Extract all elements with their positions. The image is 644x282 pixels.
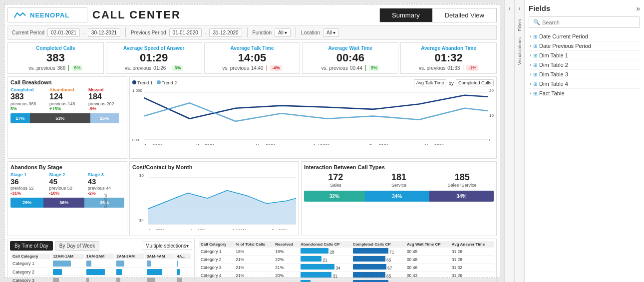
cat-row-completed: 71 [351,248,405,256]
filter-sep-2: - [205,29,207,35]
field-table-icon: ⊞ [533,34,537,39]
interaction-nums: 172 Sales 181 Service 185 Sales+Service [304,172,494,188]
cat-row-category: Category 4 [199,272,234,280]
trend-controls: Avg Talk Time by Completed Calls [414,79,494,86]
filter-divider-3 [296,27,296,37]
breakdown-completed-change: 5% [10,106,46,111]
header: NEENOPAL CALL CENTER Summary Detailed Vi… [7,7,497,22]
tab-detailed[interactable]: Detailed View [432,8,497,22]
cat-table-row: Category 5 19% 18% 10 71 00:48 01:35 [199,280,494,282]
stage1-change: -31% [10,191,47,196]
trend-dropdown2[interactable]: Completed Calls [456,79,494,86]
time-row1-bar4 [145,260,174,268]
kpi-speed-sub: vs. previous 01:26 3% [110,65,198,71]
cat-row-completed: 71 [351,280,405,282]
field-item[interactable]: ›⊞Dim Table 4 [529,79,640,89]
outer-chevron-left[interactable]: ‹ [508,4,512,13]
tab-by-day-of-week[interactable]: By Day of Week [55,241,100,251]
time-row3-bar5 [175,277,191,282]
stage2-prev: previous 50 [49,186,85,191]
time-col-category: Call Category [11,254,50,259]
kpi-completed-sub: vs. previous 366 5% [12,65,99,71]
field-item[interactable]: ›⊞Date Previous Period [529,41,640,51]
cat-row-resolved: 21% [274,264,299,272]
filter-sep-1: - [83,29,85,35]
kpi-abandon-divider [463,65,463,71]
time-row1-label: Category 1 [11,260,50,268]
cat-col-5: Avg Wait Time CP [405,241,450,248]
previous-end-date: 31-12-2020 [209,28,242,37]
trend-svg: Jan 2021 Mar 2021 May 2021 Jul 2021 Sep … [144,87,488,145]
function-dropdown[interactable]: All ▾ [275,28,291,37]
breakdown-bar-completed: 17% [10,113,30,123]
tab-by-time-of-day[interactable]: By Time of Day [10,241,53,251]
field-item[interactable]: ›⊞Date Current Period [529,32,640,41]
field-item[interactable]: ›⊞Dim Table 3 [529,70,640,79]
field-table-icon: ⊞ [533,62,537,68]
kpi-speed-divider [169,65,169,71]
kpi-talk-divider [267,65,267,71]
field-item[interactable]: ›⊞Dim Table 2 [529,60,640,70]
field-item[interactable]: ›⊞Fact Table [529,89,640,98]
field-label: Dim Table 3 [539,71,568,77]
search-input[interactable] [542,19,636,25]
cat-row-resolved: 19% [274,248,299,256]
breakdown-abandoned-num: 124 [49,92,85,101]
location-dropdown[interactable]: All ▾ [323,28,339,37]
interaction-sales: 172 Sales [304,172,367,188]
kpi-completed-badge: 5% [72,65,82,71]
breakdown-abandoned-change: +15% [49,106,85,111]
breakdown-cols: Completed 383 previous 366 5% Abandoned … [10,87,124,111]
breakdown-completed-num: 383 [10,92,46,101]
interaction-service-label: Service [367,183,431,188]
stage1-num: 36 [10,177,47,186]
function-value: All [278,30,284,35]
kpi-talk-sub: vs. previous 14:40 -4% [209,65,296,71]
search-box[interactable]: 🔍 [529,16,640,28]
time-tabs: By Time of Day By Day of Week Multiple s… [10,241,192,251]
field-chevron: › [530,62,531,67]
field-chevron: › [530,53,531,58]
kpi-abandon-time: Average Abandon Time 01:32 vs. previous … [400,42,497,74]
time-row3-bar3 [115,277,144,282]
cat-row-answer: 01:35 [450,280,494,282]
trend-y-axis-left: 1,000 800 [132,87,144,147]
cat-row-answer: 01:32 [450,264,494,272]
trend-dropdown1[interactable]: Avg Talk Time [414,79,447,86]
dashboard-inner: NEENOPAL CALL CENTER Summary Detailed Vi… [4,4,500,278]
cat-row-wait: 00:43 [405,272,450,280]
cat-row-abandoned: 31 [299,272,351,280]
stage2-col: Stage 2 45 previous 50 -10% [49,172,85,196]
cat-table-row: Category 3 21% 21% 34 67 00:46 01:32 [199,264,494,272]
svg-text:Oct 2021: Oct 2021 [272,229,288,230]
field-label: Dim Table 4 [539,81,568,87]
trend-y-axis-right: 20 10 0 [488,87,494,147]
tab-summary[interactable]: Summary [379,8,432,22]
cat-row-category: Category 3 [199,264,234,272]
interaction-bar-sales: 32% [304,191,365,202]
multi-select-dropdown[interactable]: Multiple selections▾ [142,242,192,250]
filter-bar: Current Period 02-01-2021 - 30-12-2021 P… [7,25,497,40]
time-row1-bar3 [115,260,144,268]
category-table-panel: Call Category % of Total Calls Resolved … [197,239,497,282]
fields-expand-icon[interactable]: » [636,4,640,12]
cat-row-category: Category 1 [199,248,234,256]
cat-row-abandoned: 34 [299,264,351,272]
kpi-speed-title: Average Speed of Answer [110,45,198,51]
inner-chevron-left[interactable]: ‹ [518,4,522,13]
time-row2-bar4 [145,269,174,276]
field-chevron: › [530,91,531,96]
interaction-bar-service: 34% [365,191,429,202]
cat-row-wait: 00:46 [405,264,450,272]
field-item[interactable]: ›⊞Dim Table 1 [529,51,640,60]
cat-row-category: Category 2 [199,256,234,264]
logo-icon [13,10,27,20]
cat-row-pct: 21% [234,256,274,264]
trend-chart-panel: Trend 1 Trend 2 Avg Talk Time by Complet… [129,76,497,159]
kpi-talk-time: Average Talk Time 14:05 vs. previous 14:… [204,42,301,74]
interaction-title: Interaction Between Call Types [304,164,494,170]
time-row3-bar1 [51,277,84,282]
cat-col-2: Resolved [274,241,299,248]
svg-text:Jan 2021: Jan 2021 [144,144,163,145]
fields-panel: Fields » 🔍 ›⊞Date Current Period›⊞Date P… [525,0,644,282]
